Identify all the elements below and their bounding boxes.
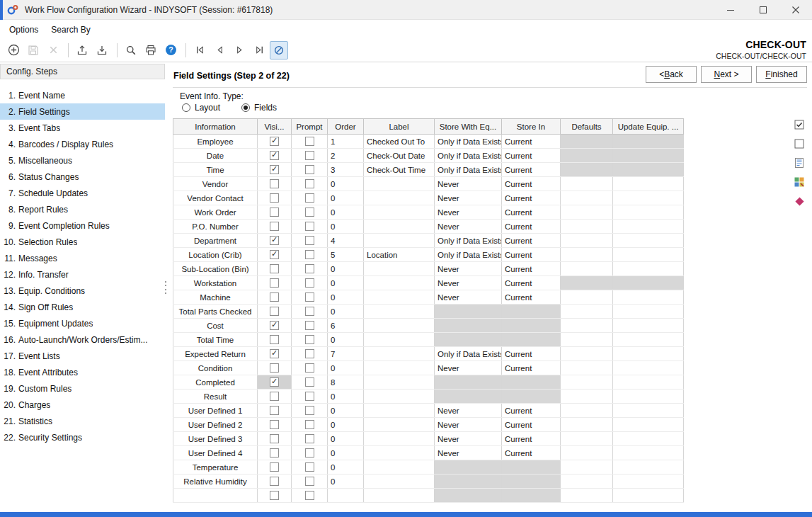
cell-defaults[interactable] [561,361,613,375]
prompt-checkbox[interactable] [305,377,314,387]
nav-first-button[interactable] [190,41,209,59]
cell-order[interactable]: 0 [328,446,364,460]
cell-information[interactable]: Total Parts Checked [173,305,258,319]
cell-visible[interactable] [258,163,292,177]
visible-checkbox[interactable] [270,462,279,472]
cell-update-equipment[interactable] [613,248,684,262]
cell-information[interactable]: User Defined 2 [173,418,258,432]
cell-label[interactable] [364,347,435,361]
column-header-order[interactable]: Order [328,119,364,135]
cell-prompt[interactable] [292,276,328,290]
cell-information[interactable]: Machine [173,290,258,305]
visible-checkbox[interactable] [270,264,279,273]
cell-update-equipment[interactable] [613,489,684,503]
cell-visible[interactable] [258,248,292,262]
cell-store-in[interactable]: Current [502,262,561,276]
search-button[interactable] [122,41,140,59]
cell-update-equipment[interactable] [613,305,684,319]
cell-order[interactable]: 0 [328,460,364,475]
cell-defaults[interactable] [561,333,613,347]
uncheck-all-button[interactable] [793,137,806,150]
cell-store-in[interactable]: Current [502,248,561,262]
cell-store-in[interactable]: Current [502,220,561,234]
cell-order[interactable]: 0 [328,305,364,319]
cell-order[interactable]: 7 [328,347,364,361]
cell-store-with-equipment[interactable]: Never [435,290,502,305]
sidebar-item-custom-rules[interactable]: 19.Custom Rules [0,380,165,397]
cell-information[interactable]: Result [173,390,258,404]
cell-prompt[interactable] [292,319,328,333]
sidebar-item-event-lists[interactable]: 17.Event Lists [0,348,165,364]
sidebar-item-statistics[interactable]: 21.Statistics [0,413,165,429]
add-button[interactable] [4,41,23,59]
cell-store-in[interactable]: Current [502,418,561,432]
sidebar-item-status-changes[interactable]: 6.Status Changes [0,169,165,185]
sidebar-item-event-name[interactable]: 1.Event Name [0,87,165,103]
cell-prompt[interactable] [292,262,328,276]
cell-prompt[interactable] [292,432,328,446]
cell-store-in[interactable] [502,460,561,475]
cell-information[interactable]: Total Time [173,333,258,347]
visible-checkbox[interactable] [270,448,279,458]
cell-order[interactable]: 0 [328,475,364,489]
cell-defaults[interactable] [561,475,613,489]
cell-label[interactable] [364,220,435,234]
cell-prompt[interactable] [292,333,328,347]
cell-store-in[interactable]: Current [502,347,561,361]
cell-order[interactable]: 1 [328,135,364,149]
cell-order[interactable]: 0 [328,432,364,446]
cell-store-with-equipment[interactable] [435,475,502,489]
cell-store-with-equipment[interactable]: Never [435,262,502,276]
cell-store-in[interactable]: Current [502,404,561,418]
cell-defaults[interactable] [561,205,613,220]
cell-store-in[interactable]: Current [502,276,561,290]
prompt-checkbox[interactable] [305,193,314,203]
nav-prev-button[interactable] [210,41,229,59]
cell-visible[interactable] [258,262,292,276]
cell-update-equipment[interactable] [613,135,684,149]
prompt-checkbox[interactable] [305,477,314,486]
column-header-information[interactable]: Information [173,119,258,135]
cell-prompt[interactable] [292,390,328,404]
cell-update-equipment[interactable] [613,177,684,191]
cell-label[interactable]: Check-Out Time [364,163,435,177]
cell-visible[interactable] [258,135,292,149]
prompt-checkbox[interactable] [305,420,314,429]
cell-order[interactable]: 0 [328,205,364,220]
cell-order[interactable]: 0 [328,390,364,404]
cell-store-with-equipment[interactable]: Never [435,220,502,234]
visible-checkbox[interactable] [270,165,279,174]
cell-visible[interactable] [258,149,292,163]
prompt-checkbox[interactable] [305,406,314,415]
cell-prompt[interactable] [292,163,328,177]
visible-checkbox[interactable] [270,151,279,160]
help-button[interactable]: ? [161,41,180,59]
column-header-update-equip[interactable]: Update Equip. ... [613,119,684,135]
cell-defaults[interactable] [561,191,613,205]
cell-update-equipment[interactable] [613,404,684,418]
prompt-checkbox[interactable] [305,448,314,458]
cell-order[interactable]: 0 [328,177,364,191]
cell-order[interactable]: 0 [328,191,364,205]
column-header-store-with-eq[interactable]: Store With Eq... [435,119,502,135]
cell-information[interactable]: Relative Humidity [173,475,258,489]
maximize-button[interactable] [747,0,779,19]
cell-update-equipment[interactable] [613,390,684,404]
cell-information[interactable]: Condition [173,361,258,375]
cell-prompt[interactable] [292,191,328,205]
prompt-checkbox[interactable] [305,264,314,273]
cell-update-equipment[interactable] [613,319,684,333]
cell-information[interactable]: Time [173,163,258,177]
finished-button[interactable]: Finished [756,66,807,83]
cell-update-equipment[interactable] [613,446,684,460]
cell-prompt[interactable] [292,205,328,220]
cell-defaults[interactable] [561,248,613,262]
visible-checkbox[interactable] [270,477,279,486]
cell-store-in[interactable] [502,475,561,489]
cell-update-equipment[interactable] [613,205,684,220]
cell-label[interactable] [364,191,435,205]
cell-information[interactable]: Temperature [173,460,258,475]
cell-visible[interactable] [258,404,292,418]
cell-information[interactable]: User Defined 1 [173,404,258,418]
visible-checkbox[interactable] [270,292,279,302]
